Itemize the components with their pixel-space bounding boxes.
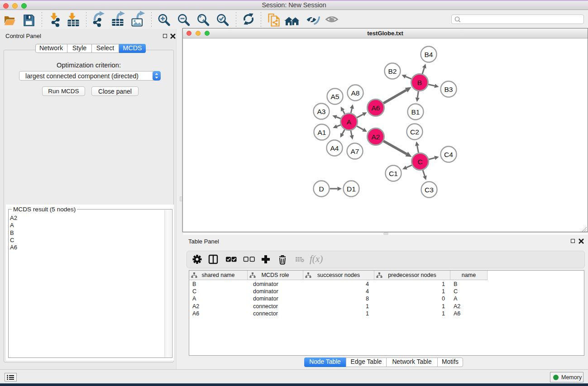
- svg-text:B1: B1: [411, 108, 420, 116]
- svg-text:D: D: [319, 185, 324, 193]
- svg-text:A: A: [347, 118, 352, 126]
- svg-text:B3: B3: [445, 86, 453, 93]
- svg-text:B4: B4: [425, 51, 433, 58]
- svg-text:A8: A8: [351, 89, 360, 97]
- svg-text:A4: A4: [330, 144, 339, 152]
- svg-text:B: B: [417, 79, 422, 86]
- svg-text:C1: C1: [389, 170, 398, 177]
- svg-text:A7: A7: [351, 148, 359, 155]
- svg-text:B2: B2: [388, 67, 397, 75]
- svg-text:C4: C4: [444, 151, 453, 158]
- svg-text:A3: A3: [317, 108, 326, 115]
- svg-text:A6: A6: [372, 104, 380, 112]
- svg-text:A1: A1: [318, 129, 326, 136]
- svg-text:D1: D1: [347, 185, 356, 193]
- svg-text:A5: A5: [331, 93, 339, 100]
- svg-text:C: C: [417, 158, 422, 166]
- svg-text:A2: A2: [372, 133, 380, 141]
- svg-text:C2: C2: [410, 128, 419, 136]
- svg-text:C3: C3: [425, 186, 434, 194]
